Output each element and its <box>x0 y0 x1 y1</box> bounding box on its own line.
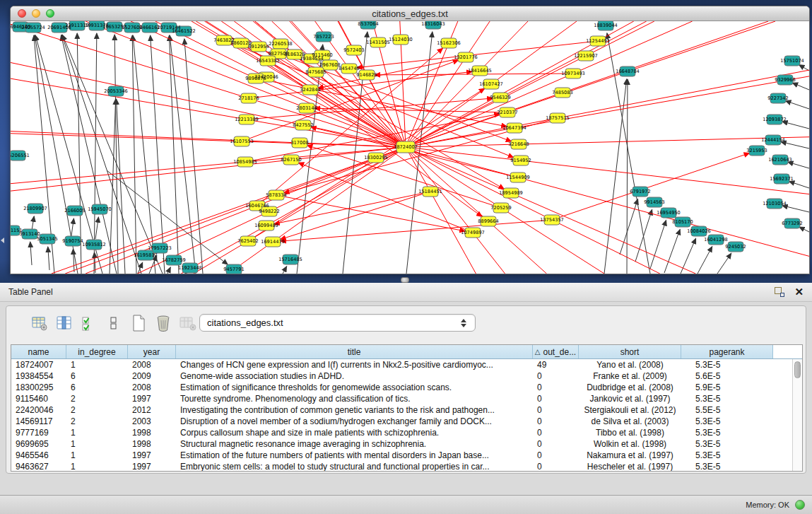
citation-edge-red[interactable] <box>194 147 406 274</box>
vertical-scrollbar[interactable] <box>792 359 802 471</box>
cell-title: Estimation of the future numbers of pati… <box>176 450 533 461</box>
cell-title: Structural magnetic resonance image aver… <box>176 438 533 450</box>
citation-edge-red[interactable] <box>256 78 507 127</box>
column-header-short[interactable]: short <box>579 345 681 358</box>
node-label: 9546329 <box>490 95 510 100</box>
node-label: 16543382 <box>256 58 280 64</box>
node-label: 317008 <box>290 140 308 146</box>
node-label: 9115460 <box>312 52 332 58</box>
citation-edge-red[interactable] <box>280 192 430 240</box>
citation-edge-red[interactable] <box>11 132 406 147</box>
node-label: 5878334 <box>266 192 286 198</box>
row-boxes-icon[interactable] <box>105 314 123 332</box>
node-label: 18954989 <box>499 190 523 196</box>
new-file-icon[interactable] <box>129 314 148 332</box>
node-table: namein_degreeyeartitle△out_de...shortpag… <box>11 344 803 472</box>
citation-edge-black[interactable] <box>792 83 809 90</box>
table-row[interactable]: 946362711997Embryonic stem cells: a mode… <box>11 461 792 471</box>
cell-short: Stergiakouli et al. (2012) <box>579 404 681 416</box>
cell-year: 1998 <box>128 438 176 450</box>
table-row[interactable]: 911546021997Tourette syndrome. Phenomeno… <box>11 393 792 404</box>
table-row[interactable]: 969969511998Structural magnetic resonanc… <box>11 438 792 450</box>
table-row[interactable]: 1456911722003Disruption of a novel membe… <box>11 416 792 427</box>
scrollbar-thumb[interactable] <box>794 361 801 378</box>
citation-edge-red[interactable] <box>406 70 809 147</box>
close-panel-icon[interactable]: ✕ <box>794 287 804 297</box>
network-canvas[interactable]: 1872400718300295746382288601288912954222… <box>11 21 809 274</box>
citation-edge-red[interactable] <box>552 153 750 220</box>
citation-edge-black[interactable] <box>788 162 809 168</box>
table-row[interactable]: 1938455462009Genome-wide association stu… <box>11 370 792 382</box>
citation-edge-black[interactable] <box>698 247 712 274</box>
node-label: 7625402 <box>237 238 258 244</box>
node-label: 10647394 <box>502 125 526 131</box>
cell-pagerank: 5.3E-5 <box>681 450 773 461</box>
citation-edge-black[interactable] <box>170 35 196 274</box>
citation-edge-black[interactable] <box>132 35 136 274</box>
citation-edge-black[interactable] <box>650 220 666 269</box>
citation-edge-red[interactable] <box>11 62 406 147</box>
citation-edge-black[interactable] <box>283 267 287 274</box>
citation-edge-red[interactable] <box>11 24 406 147</box>
column-header-out_de[interactable]: △out_de... <box>533 345 579 358</box>
node-label: 15184451 <box>418 189 442 194</box>
node-label: 2967608 <box>319 62 340 68</box>
citation-edge-black[interactable] <box>30 242 32 265</box>
table-toolbar: f(x) citations_edges.txt <box>6 306 806 340</box>
table-row[interactable]: 1830029562008Estimation of significance … <box>11 382 792 393</box>
column-header-in_degree[interactable]: in_degree <box>66 345 128 358</box>
citation-edge-black[interactable] <box>799 227 809 232</box>
citation-edge-black[interactable] <box>114 35 118 274</box>
table-selector-dropdown[interactable]: citations_edges.txt <box>199 314 476 332</box>
citation-edge-black[interactable] <box>110 99 116 274</box>
table-column-icon[interactable] <box>55 314 73 332</box>
node-label: 6773292 <box>782 221 802 226</box>
citation-edge-red[interactable] <box>406 147 476 274</box>
cell-pagerank: 5.3E-5 <box>681 393 773 404</box>
node-label: 18300295 <box>364 155 388 160</box>
citation-edge-black[interactable] <box>48 247 49 270</box>
citation-graph[interactable]: 1872400718300295746382288601288912954222… <box>11 21 809 274</box>
citation-edge-red[interactable] <box>406 147 809 194</box>
window-titlebar[interactable]: citations_edges.txt <box>11 6 809 21</box>
citation-edge-red[interactable] <box>406 147 660 274</box>
citation-edge-black[interactable] <box>167 267 170 274</box>
delete-table-icon[interactable] <box>179 314 197 332</box>
citation-edge-black[interactable] <box>789 181 809 188</box>
column-header-pagerank[interactable]: pagerank <box>681 345 773 358</box>
table-selector-value: citations_edges.txt <box>207 317 461 328</box>
citation-edge-red[interactable] <box>276 195 465 231</box>
table-settings-icon[interactable] <box>30 314 49 332</box>
node-label: 16914479 <box>261 239 285 245</box>
node-label: 12103054 <box>763 201 787 206</box>
table-row[interactable]: 2242004622012Investigating the contribut… <box>11 404 792 416</box>
column-header-name[interactable]: name <box>11 345 66 358</box>
citation-edge-black[interactable] <box>95 217 98 239</box>
node-label: 8475685 <box>305 69 326 75</box>
citation-edge-black[interactable] <box>664 229 680 273</box>
column-header-title[interactable]: title <box>176 345 533 358</box>
citation-edge-black[interactable] <box>799 65 809 71</box>
node-label: 8427552 <box>293 122 313 128</box>
dropdown-arrows-icon <box>461 319 466 327</box>
table-row[interactable]: 977716911998Corpus callosum shape and si… <box>11 427 792 438</box>
citation-edge-red[interactable] <box>11 147 406 184</box>
citation-edge-red[interactable] <box>11 78 406 147</box>
citation-edge-black[interactable] <box>785 101 809 109</box>
citation-edge-black[interactable] <box>782 122 809 129</box>
trash-icon[interactable] <box>154 314 172 332</box>
float-panel-icon[interactable] <box>775 287 784 297</box>
table-header-row: namein_degreeyeartitle△out_de...shortpag… <box>11 345 802 359</box>
node-label: 2210377 <box>497 110 517 115</box>
column-header-year[interactable]: year <box>128 345 176 358</box>
memory-status-indicator[interactable] <box>795 500 805 510</box>
citation-edge-red[interactable] <box>281 220 552 241</box>
table-row[interactable]: 1872400712008Changes of HCN gene express… <box>11 359 792 370</box>
node-label: 12093872 <box>763 117 787 122</box>
citation-edge-black[interactable] <box>717 253 731 274</box>
table-row[interactable]: 946554611997Estimation of the future num… <box>11 450 792 461</box>
panel-splitter-handle[interactable] <box>401 277 409 283</box>
left-splitter-arrow-icon[interactable] <box>1 238 4 243</box>
column-checklist-icon[interactable] <box>80 314 98 332</box>
cell-in_degree: 2 <box>66 416 128 427</box>
